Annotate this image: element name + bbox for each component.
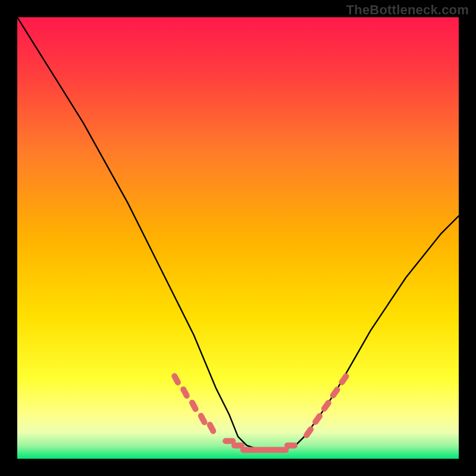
curve-marker <box>284 443 298 449</box>
bottleneck-chart <box>17 17 459 459</box>
gradient-background <box>17 17 459 459</box>
plot-area <box>17 17 459 459</box>
watermark-text: TheBottleneck.com <box>346 2 469 18</box>
chart-frame: TheBottleneck.com <box>0 0 476 476</box>
